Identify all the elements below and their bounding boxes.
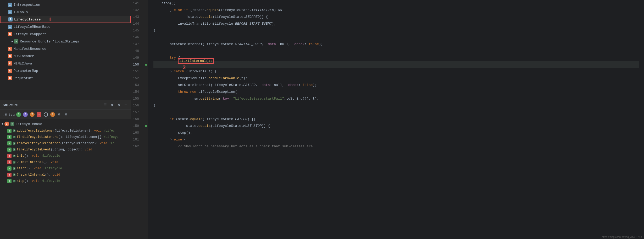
tree-item-requestutil[interactable]: C RequestUtil xyxy=(0,74,131,82)
tree-item-md5encoder[interactable]: C MD5Encoder xyxy=(0,52,131,60)
sort-icon[interactable]: ⇅ xyxy=(110,103,114,107)
sort-alpha-icon[interactable]: ↓α xyxy=(2,112,8,117)
code-line-159: state.equals(LifecycleState.MUST_STOP)) … xyxy=(153,123,639,129)
struct-method-addlifecycle[interactable]: m ≡ addLifecycleListener (LifecycleListe… xyxy=(0,128,131,134)
close-icon[interactable]: ─ xyxy=(123,103,128,107)
structure-tree[interactable]: ▼ C ≡ LifecycleBase m ≡ addLifecycleList… xyxy=(0,119,131,239)
method-bundle-icon: ≡ xyxy=(13,180,15,182)
struct-method-startinternal[interactable]: m ≡ ? startInternal (): void xyxy=(0,172,131,178)
tree-item-label: Resource Bundle 'LocalStrings' xyxy=(20,40,81,44)
line-numbers: 141 142 143 144 145 146 147 148 149 150 … xyxy=(131,0,144,239)
tree-item-iotools[interactable]: I IOTools xyxy=(0,8,131,16)
line-num-154: 154 xyxy=(131,89,141,95)
struct-method-start[interactable]: m ≡ start (): void ↑Lifecycle xyxy=(0,165,131,172)
tree-item-lifecyclesupport[interactable]: C LifecycleSupport xyxy=(0,30,131,38)
struct-method-removelifecycle[interactable]: m ≡ removeLifecycleListener (LifecycleLi… xyxy=(0,140,131,146)
tree-item-lifecyclembean[interactable]: I LifecycleMBeanBase xyxy=(0,23,131,30)
class-icon: C xyxy=(8,76,12,80)
line-num-155: 155 xyxy=(131,95,141,102)
class-icon: C xyxy=(8,61,12,66)
class-icon: C xyxy=(8,32,12,36)
watermark: https://blog.csdn.net/qq_34361283 xyxy=(602,236,642,238)
line-num-157: 157 xyxy=(131,109,141,116)
struct-method-firelifecycle[interactable]: m ≡ fireLifecycleEvent (String, Object):… xyxy=(0,146,131,153)
method-bundle-icon: ≡ xyxy=(13,167,15,170)
method-icon-m: m xyxy=(7,148,12,152)
tree-item-manifestresource[interactable]: C ManifestResource xyxy=(0,45,131,52)
line-num-152: 152 xyxy=(131,75,141,82)
tb-filter-bars[interactable]: ⊟ xyxy=(57,112,62,117)
method-bundle-icon: ≡ xyxy=(13,129,15,132)
tree-item-mime2java[interactable]: C MIME2Java xyxy=(0,60,131,67)
line-num-147: 147 xyxy=(131,41,141,48)
method-bundle-icon: ≡ xyxy=(13,142,15,145)
line-num-149: 149 xyxy=(131,55,141,61)
line-num-141: 141 xyxy=(131,0,141,7)
method-sig: (): void ↑Lifecycle xyxy=(26,167,62,170)
line-num-145: 145 xyxy=(131,27,141,34)
interface-icon: I xyxy=(8,17,13,21)
sort-type-icon[interactable]: ↓₁₂ xyxy=(9,112,15,117)
tb-lambda[interactable]: λ xyxy=(50,112,55,117)
tree-item-label: LifecycleBase xyxy=(14,18,41,21)
class-icon: C xyxy=(4,122,9,126)
tree-item-introspection[interactable]: I Introspection xyxy=(0,1,131,8)
structure-header: Structure ☰ ⇅ ⚙ ─ xyxy=(0,100,131,110)
tree-item-label: LifecycleSupport xyxy=(14,32,46,36)
method-icon-m: m xyxy=(7,135,12,139)
structure-panel: Structure ☰ ⇅ ⚙ ─ ↓α ↓₁₂ P f I ✕ xyxy=(0,100,131,239)
gutter-mark-159 xyxy=(145,125,147,127)
tree-item-lifecyclebase[interactable]: I LifecycleBase 1 xyxy=(0,16,131,23)
code-line-147: setStateInternal(LifecycleState.STARTING… xyxy=(153,41,639,48)
code-content[interactable]: stop(); } else if (!state.equals(Lifecyc… xyxy=(148,0,644,239)
tree-item-label: RequestUtil xyxy=(14,76,36,80)
tree-item-label: Introspection xyxy=(14,3,40,7)
gutter-mark-150 xyxy=(145,64,147,66)
tb-orange-circle[interactable]: I xyxy=(29,112,35,117)
method-label: addLifecycleListener xyxy=(17,129,54,133)
tb-green-circle[interactable]: P xyxy=(16,112,21,117)
line-num-148: 148 xyxy=(131,48,141,55)
method-label: init xyxy=(17,154,24,158)
file-tree[interactable]: I Introspection I IOTools I LifecycleBas… xyxy=(0,0,131,100)
line-num-146: 146 xyxy=(131,34,141,41)
arrow-icon: ▶ xyxy=(12,40,13,43)
interface-icon: I xyxy=(8,25,12,29)
code-line-162: // Shouldn't be necessary but acts as a … xyxy=(153,143,639,150)
line-num-142: 142 xyxy=(131,7,141,14)
struct-root-lifecyclebase[interactable]: ▼ C ≡ LifecycleBase xyxy=(0,120,131,128)
code-text: // Shouldn't be necessary but acts as a … xyxy=(153,136,313,157)
struct-method-init[interactable]: m ≡ init (): void ↑Lifecycle xyxy=(0,153,131,159)
annotation-1: 1 xyxy=(48,17,51,22)
structure-title: Structure xyxy=(3,103,101,107)
method-label: stop xyxy=(17,179,24,183)
method-icon-m: m xyxy=(7,129,12,133)
method-label: findLifecycleListeners xyxy=(17,135,58,139)
code-panel: 141 142 143 144 145 146 147 148 149 150 … xyxy=(131,0,644,239)
code-text: } xyxy=(153,27,156,34)
tb-expand[interactable]: ⊞ xyxy=(63,112,69,117)
tree-item-parametermap[interactable]: C ParameterMap xyxy=(0,67,131,74)
method-sig: (): void xyxy=(45,173,60,177)
tree-item-label: MIME2Java xyxy=(14,62,32,66)
line-num-159: 159 xyxy=(131,123,141,129)
struct-method-initinternal[interactable]: m ≡ ? initInternal (): void xyxy=(0,159,131,165)
method-bundle-icon: ≡ xyxy=(13,148,15,151)
struct-method-stop[interactable]: m ≡ stop (): void ↑Lifecycle xyxy=(0,178,131,184)
settings-icon[interactable]: ⚙ xyxy=(116,103,121,107)
line-num-156: 156 xyxy=(131,102,141,109)
structure-toolbar: ↓α ↓₁₂ P f I ✕ λ ⊟ ⊞ xyxy=(0,110,131,119)
tb-red-x[interactable]: ✕ xyxy=(36,112,42,117)
class-icon: C xyxy=(8,69,12,73)
line-num-150: 150 xyxy=(131,61,141,68)
tree-item-resourcebundle[interactable]: ▶ ≡ Resource Bundle 'LocalStrings' xyxy=(0,38,131,45)
left-panel: I Introspection I IOTools I LifecycleBas… xyxy=(0,0,131,239)
tb-purple-circle[interactable]: f xyxy=(23,112,28,117)
struct-method-findlifecycle[interactable]: m ≡ findLifecycleListeners (): Lifecycle… xyxy=(0,134,131,140)
method-icon-m: m xyxy=(7,141,12,145)
line-num-158: 158 xyxy=(131,116,141,123)
code-text: sm.getString( key: "LifecycleBase.startF… xyxy=(153,89,319,109)
tb-dot-circle[interactable] xyxy=(43,112,49,117)
code-line-155: sm.getString( key: "LifecycleBase.startF… xyxy=(153,95,639,102)
filter-icon[interactable]: ☰ xyxy=(103,103,108,107)
